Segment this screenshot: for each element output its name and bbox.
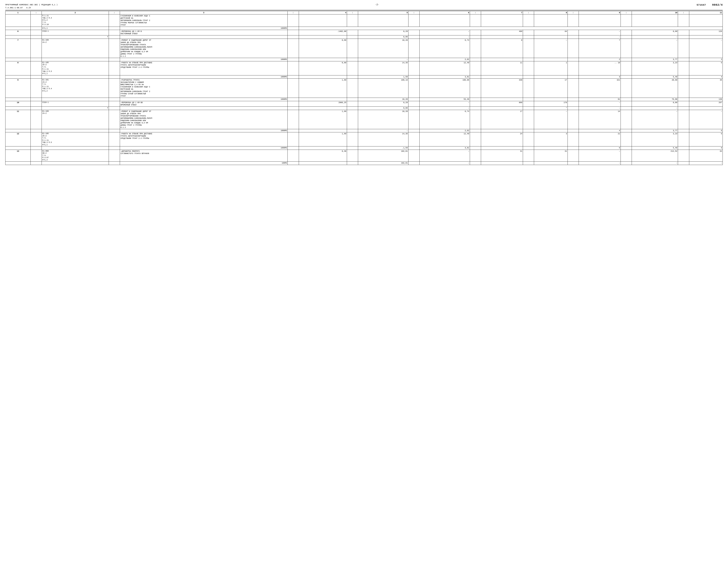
col-header-10: 10 bbox=[632, 11, 678, 14]
val-4 bbox=[299, 14, 347, 27]
code-cell: П.1.11ТАБ.3 П.4К=1,2Т.Ч.П.3.19 bbox=[42, 14, 109, 27]
table-row: П.1.11ТАБ.3 П.4К=1,2Т.Ч.П.3.19 ГУСЕНИЧНО… bbox=[5, 14, 723, 27]
page-header: ПРОГРАММНЫЙ КОМПЛЕКС АВС-ЗЕС ( РЕДАКЦИЯ … bbox=[5, 4, 723, 9]
desc-cell: ГУСЕНИЧНОМ И КОЛЕСНОМ ХОДУ СДОГРУЗКОЙ НА… bbox=[120, 14, 288, 27]
table-row: 8 Е1-19525-2Т.Ч.П.1.11ТАБ.3 П.5К=1,1 –РА… bbox=[5, 61, 723, 75]
main-table: 1 : 2 : 3 : 4 : 5 : 6 : 7 : 8 : 9 : 10 :… bbox=[5, 11, 723, 165]
val-5 bbox=[358, 14, 408, 27]
table-row-sub: 100М3 102,01 – – – – bbox=[5, 162, 723, 165]
val-9 bbox=[579, 14, 621, 27]
table-row: 11 Е1-16924-2 –РЕМОНТ И СОДЕРЖАНИЕ ДОРОГ… bbox=[5, 110, 723, 129]
val-6 bbox=[420, 14, 470, 27]
table-row: 9 Е1-18123-2Т.Ч.П.1.11ТАБ.3 П.4К=1,2 –РА… bbox=[5, 79, 723, 98]
table-row-sub: 1000М3 – 2,62 4 3,77 6 bbox=[5, 129, 723, 132]
col-header-7: 7 bbox=[481, 11, 523, 14]
col-sep-4: : bbox=[347, 11, 358, 14]
val-8 bbox=[534, 14, 568, 27]
col-sep-9: : bbox=[621, 11, 632, 14]
col-sep-2: : bbox=[109, 11, 120, 14]
table-row-sub: 1000М3 1,59 3,81 3 5,49 4 bbox=[5, 75, 723, 79]
ref1: Т.п.901-1-88.87 bbox=[5, 7, 23, 9]
table-row: 12 Е1-19525-2Т.Ч.П.1.11ТАБ.3 П.5К=1,1 –Р… bbox=[5, 132, 723, 146]
col-sep-10: : bbox=[678, 11, 689, 14]
val-10 bbox=[632, 14, 678, 27]
table-row-sub: 1000М3 10,20 53,46 91 76,90 130 bbox=[5, 98, 723, 101]
table-row-sub: Т 0,06 – – – – bbox=[5, 35, 723, 39]
unit-label: К=1,1 bbox=[42, 27, 109, 30]
top-divider bbox=[5, 10, 723, 10]
col-header-4: 4 bbox=[299, 11, 347, 14]
table-row: 6 С318-1 –ПЕРЕВОЗКА ДО 1 КМ ВПОСТОЯННЫЙ … bbox=[5, 30, 723, 35]
table-row: 13 Е1-96060-2Т.Ч.П.3.67К=1,2 –ДОРАБОТКА … bbox=[5, 150, 723, 162]
col-header-11: 11 bbox=[689, 11, 723, 14]
table-row-unit: К=1,1 1000М3 bbox=[5, 27, 723, 30]
col-header-5: 5 bbox=[358, 11, 408, 14]
col-header-2: 2 bbox=[42, 11, 109, 14]
code-number: 571647 bbox=[697, 4, 706, 6]
col-sep-8: : bbox=[568, 11, 579, 14]
table-row: 10 С318-1 –ПЕРЕВОЗКА ДО 1 КМ ВОВРЕМЕННЫЙ… bbox=[5, 101, 723, 106]
table-row-sub: 1000М3 – 2,62 2 3,77 3 bbox=[5, 58, 723, 61]
table-row-sub: 1000М3 .1,59 3,81 6 5,49 9 bbox=[5, 146, 723, 150]
col-sep-1: : bbox=[30, 11, 42, 14]
program-title: ПРОГРАММНЫЙ КОМПЛЕКС АВС-ЗЕС ( РЕДАКЦИЯ … bbox=[5, 4, 58, 6]
col-header-6: 6 bbox=[420, 11, 470, 14]
volume-label: 1000М3 bbox=[120, 27, 288, 30]
col-header-8: 8 bbox=[534, 11, 568, 14]
col-sep-6: : bbox=[470, 11, 481, 14]
page-number: -2- bbox=[375, 4, 379, 6]
col-sep-3: : bbox=[288, 11, 299, 14]
col-header-1: 1 bbox=[5, 11, 31, 14]
table-row-sub: Т 0,06 – ° – – – bbox=[5, 106, 723, 110]
val-11 bbox=[689, 14, 723, 27]
doc-number: 9862/4 bbox=[712, 4, 723, 7]
col-sep-5: : bbox=[408, 11, 419, 14]
col-header-9: 9 bbox=[579, 11, 621, 14]
row-num bbox=[5, 14, 31, 27]
col-header-3: 3 bbox=[120, 11, 288, 14]
table-row: 7 Е1-16924-2 –РЕМОНТ И СОДЕРЖАНИЕ ДОРОГ … bbox=[5, 39, 723, 58]
ref2: А.IX bbox=[26, 7, 31, 9]
col-sep-7: : bbox=[523, 11, 534, 14]
val-7 bbox=[481, 14, 523, 27]
